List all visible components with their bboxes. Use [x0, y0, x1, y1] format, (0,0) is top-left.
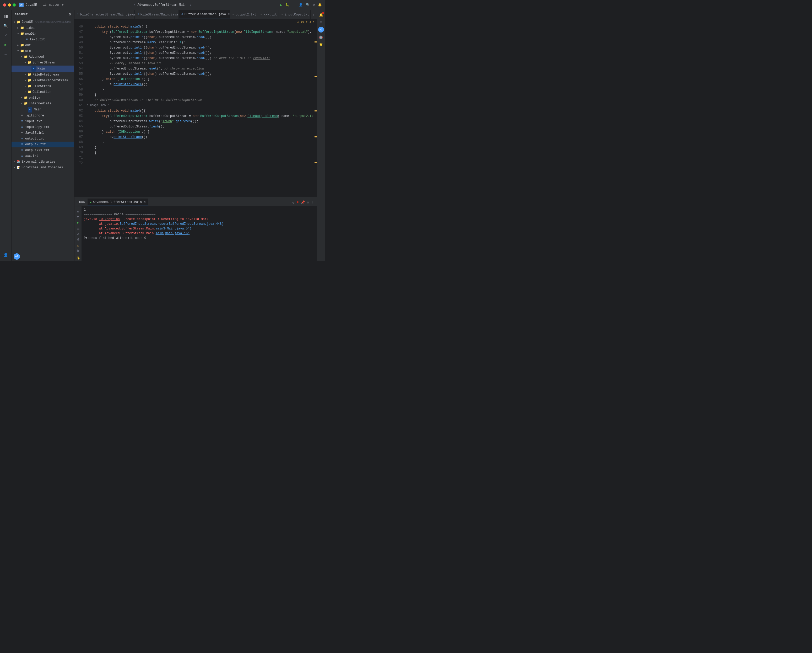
tab-bufferstream[interactable]: J BufferStream/Main.java ×	[179, 10, 230, 19]
up-icon[interactable]: ▲	[75, 210, 81, 214]
link-bufferedinputstream[interactable]: BufferedInputStream.reset(BufferedInputS…	[120, 222, 224, 226]
sidebar-item-scratches[interactable]: ▶ 📝 Scratches and Consoles	[12, 165, 74, 170]
sidebar-item-inputtxt[interactable]: ▶ ≡ input.txt	[12, 119, 74, 124]
pin-icon[interactable]: 📌	[301, 200, 305, 205]
sidebar-item-bufferstream[interactable]: ▼ 📁 BufferStream	[12, 60, 74, 66]
run-tab-close[interactable]: ×	[144, 200, 146, 204]
stop-icon[interactable]: ■	[296, 200, 299, 204]
tab-output2[interactable]: ≡ output2.txt	[230, 10, 258, 19]
tab-filecharacterstream[interactable]: J FileCharacterStream/Main.java	[75, 10, 135, 19]
settings-button[interactable]: ⚙	[313, 3, 315, 7]
sidebar-item-xxxtxt[interactable]: ▶ ≡ xxx.txt	[12, 153, 74, 159]
run-debug-icon[interactable]: ▶	[2, 40, 10, 49]
idea-label: .idea	[25, 26, 35, 31]
right-notifications-icon[interactable]: 🔔 !	[318, 12, 324, 18]
code-line-68: }	[87, 140, 311, 145]
sidebar-item-collection[interactable]: ▶ 📁 Collection	[12, 89, 74, 95]
main-java-icon: ●	[32, 66, 36, 72]
sidebar-item-filebytestream[interactable]: ▶ 📁 FileByteStream	[12, 72, 74, 78]
trash-icon[interactable]: 🗑	[75, 249, 81, 253]
activity-bar: 🔍 ⎇ ▶ ⋯ 👤	[0, 10, 12, 261]
sidebar-item-javase-iml[interactable]: ▶ ≡ JavaSE.iml	[12, 130, 74, 136]
left-panel: ▲ ▼ ▶ ☰ ↩ 🖨 ⚠ 🗑 ✨	[75, 206, 82, 261]
console-line-6: at Advanced.BufferStream.Main.main(Main.…	[84, 231, 314, 236]
sidebar-item-external-libraries[interactable]: ▶ 📚 External Libraries	[12, 159, 74, 165]
sidebar-item-filecharacterstream[interactable]: ▶ 📁 FileCharacterStream	[12, 78, 74, 83]
project-name[interactable]: JavaSE	[26, 3, 37, 7]
sidebar-user-icon[interactable]: AI	[14, 253, 20, 260]
sidebar-item-outputxxxttxt[interactable]: ▶ ≡ outputxxx.txt	[12, 147, 74, 153]
play-icon[interactable]: ▶	[75, 220, 81, 225]
avatar-icon[interactable]: 👤	[2, 251, 10, 259]
tab-label-bs: BufferStream/Main.java	[185, 12, 226, 16]
sidebar-item-src[interactable]: ▼ 📁 src	[12, 48, 74, 54]
warning-icon[interactable]: ⚠	[75, 243, 81, 248]
print-icon[interactable]: 🖨	[75, 238, 81, 242]
right-star-icon[interactable]: ⭐	[318, 41, 324, 47]
sidebar-options-icon[interactable]: ⚙	[69, 12, 71, 17]
run-button[interactable]: ▶	[280, 2, 282, 8]
filecharacterstream-arrow: ▶	[24, 78, 27, 83]
profile-button[interactable]: 👤	[299, 3, 303, 7]
sidebar-item-output2txt[interactable]: ▶ ≡ output2.txt	[12, 142, 74, 147]
link-main[interactable]: main(Main.java:16)	[156, 232, 190, 235]
output2txt-label: output2.txt	[25, 142, 46, 147]
ai-icon[interactable]: ✨	[75, 256, 81, 260]
maximize-button[interactable]	[12, 3, 16, 6]
sidebar-item-entity[interactable]: ▶ 📁 entity	[12, 95, 74, 101]
project-icon: JS	[19, 3, 24, 7]
right-ai-icon[interactable]: AI	[318, 27, 324, 32]
close-button[interactable]	[3, 3, 6, 6]
down-icon[interactable]: ▼	[75, 215, 81, 219]
more-button[interactable]: ⋮	[293, 3, 296, 7]
run-tab-main[interactable]: ▶ Advanced.BufferStream.Main ×	[87, 199, 148, 206]
list-icon[interactable]: ☰	[75, 226, 81, 231]
right-structure-icon[interactable]: ≡	[318, 20, 324, 25]
tab-close-bs[interactable]: ×	[228, 13, 230, 16]
tree-root[interactable]: ▼ 📁 JavaSE ~/Desktop/CS/JavaSE基础/	[12, 19, 74, 25]
more-icon[interactable]: ⋮	[311, 200, 314, 205]
sidebar-item-newdir[interactable]: ▼ 📁 newDir	[12, 31, 74, 37]
collection-label: Collection	[32, 89, 51, 95]
sidebar-toggle-icon[interactable]	[2, 12, 10, 20]
branch-indicator[interactable]: ⎇ master ∨	[43, 3, 64, 7]
search-button[interactable]: 🔍	[306, 3, 310, 7]
main-label: Main	[38, 66, 45, 71]
search-icon[interactable]: 🔍	[2, 21, 10, 30]
out-arrow: ▶	[16, 43, 20, 48]
tab-filestream[interactable]: J FileStream/Main.java	[135, 10, 179, 19]
rerun-icon[interactable]: ↺	[293, 200, 295, 205]
right-copilot-icon[interactable]: 🤖	[318, 34, 324, 40]
sidebar-item-main[interactable]: ▶ ● Main	[12, 66, 74, 72]
tab-inputcopy[interactable]: ≡ inputCopy.txt	[279, 10, 311, 19]
code-editor[interactable]: public static void main3() { try (Buffer…	[85, 24, 313, 197]
sidebar-item-outputtxt[interactable]: ▶ ≡ output.txt	[12, 136, 74, 142]
sidebar-item-idea[interactable]: ▶ 📁 .idea	[12, 25, 74, 31]
minimize-button[interactable]	[8, 3, 11, 6]
sidebar-item-filestream[interactable]: ▶ 📁 FileStream	[12, 83, 74, 89]
tab-xxx[interactable]: ≡ xxx.txt	[258, 10, 279, 19]
sidebar-item-main-intermediate[interactable]: ▶ ● Main	[12, 107, 74, 113]
wrap-icon[interactable]: ↩	[75, 232, 81, 236]
sidebar-item-gitignore[interactable]: ▶ ⊗ .gitignore	[12, 113, 74, 119]
sidebar-item-texttxt[interactable]: ▶ ≡ text.txt	[12, 37, 74, 43]
code-line-52: System.out.println((char) bufferedInputS…	[87, 56, 311, 61]
settings-icon[interactable]: ⚙	[307, 200, 309, 205]
notifications-button[interactable]: 🔔	[318, 3, 322, 7]
entity-arrow: ▶	[20, 95, 24, 101]
inputcopytxt-label: inputCopy.txt	[25, 125, 50, 130]
sidebar-item-intermediate[interactable]: ▼ 📁 Intermediate	[12, 101, 74, 107]
output2txt-icon: ≡	[20, 142, 24, 147]
scrollbar-mark-5	[314, 162, 317, 163]
editor-scrollbar[interactable]	[313, 24, 317, 197]
sidebar-item-out[interactable]: ▶ 📁 out	[12, 43, 74, 48]
sidebar-item-inputcopytxt[interactable]: ▶ ≡ inputCopy.txt	[12, 124, 74, 130]
debug-button[interactable]: 🐛	[285, 3, 289, 7]
more-tools-icon[interactable]: ⋯	[2, 50, 10, 58]
bottom-icons: ↺ ■ 📌 ⚙ ⋮	[293, 200, 314, 205]
git-icon[interactable]: ⎇	[2, 31, 10, 39]
tab-bar-more[interactable]: ∨	[311, 10, 317, 19]
link-main3[interactable]: main3(Main.java:54)	[156, 227, 192, 231]
sidebar-item-advanced[interactable]: ▼ 📁 Advanced	[12, 54, 74, 60]
bufferstream-label: BufferStream	[32, 60, 55, 65]
